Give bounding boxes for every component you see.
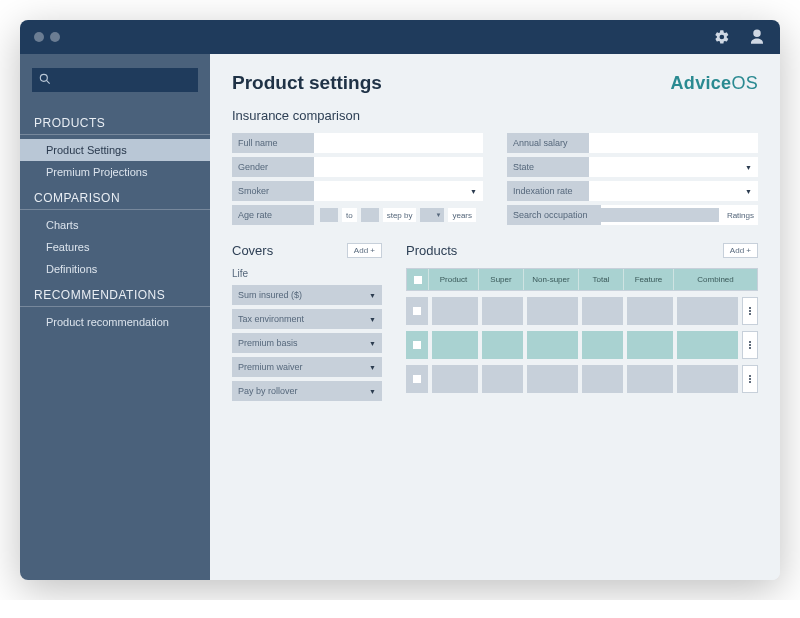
add-cover-button[interactable]: Add +: [347, 243, 382, 258]
select-sum-insured[interactable]: Sum insured ($): [232, 285, 382, 305]
user-icon[interactable]: [748, 28, 766, 46]
svg-point-0: [40, 74, 47, 81]
main-content: Product settings AdviceOS Insurance comp…: [210, 54, 780, 580]
row-checkbox[interactable]: [406, 331, 428, 359]
covers-title: Covers: [232, 243, 273, 258]
nav-features[interactable]: Features: [20, 236, 210, 258]
row-cell: [627, 365, 673, 393]
search-icon: [38, 72, 52, 89]
nav-premium-projections[interactable]: Premium Projections: [20, 161, 210, 183]
row-cell: [677, 365, 738, 393]
label-smoker: Smoker: [232, 181, 314, 201]
label-full-name: Full name: [232, 133, 314, 153]
input-full-name[interactable]: [314, 133, 483, 153]
brand-logo: AdviceOS: [671, 73, 758, 94]
row-cell: [582, 331, 623, 359]
step-by-label: step by: [383, 208, 417, 222]
label-age-rate: Age rate: [232, 205, 314, 225]
nav-section-recommendations: RECOMMENDATIONS: [20, 280, 210, 307]
row-more-icon[interactable]: [742, 331, 758, 359]
add-product-button[interactable]: Add +: [723, 243, 758, 258]
table-row: [406, 331, 758, 359]
label-search-occupation: Search occupation: [507, 205, 601, 225]
step-by-select[interactable]: [420, 208, 444, 222]
titlebar: [20, 20, 780, 54]
input-gender[interactable]: [314, 157, 483, 177]
row-cell: [432, 297, 478, 325]
row-cell: [527, 297, 578, 325]
nav-charts[interactable]: Charts: [20, 214, 210, 236]
label-annual-salary: Annual salary: [507, 133, 589, 153]
select-premium-basis[interactable]: Premium basis: [232, 333, 382, 353]
header-total: Total: [579, 269, 624, 290]
header-feature: Feature: [624, 269, 674, 290]
products-table: Product Super Non-super Total Feature Co…: [406, 268, 758, 393]
select-indexation-rate[interactable]: [589, 181, 758, 201]
ratings-label[interactable]: Ratings: [723, 211, 758, 220]
products-title: Products: [406, 243, 457, 258]
sidebar: PRODUCTS Product Settings Premium Projec…: [20, 54, 210, 580]
label-state: State: [507, 157, 589, 177]
row-cell: [582, 297, 623, 325]
row-more-icon[interactable]: [742, 297, 758, 325]
search-input[interactable]: [32, 68, 198, 92]
input-search-occupation[interactable]: [601, 208, 719, 222]
header-super: Super: [479, 269, 524, 290]
select-state[interactable]: [589, 157, 758, 177]
row-cell: [627, 297, 673, 325]
row-cell: [432, 331, 478, 359]
input-annual-salary[interactable]: [589, 133, 758, 153]
age-from-input[interactable]: [320, 208, 338, 222]
header-combined: Combined: [674, 269, 757, 290]
nav-definitions[interactable]: Definitions: [20, 258, 210, 280]
window-dot: [34, 32, 44, 42]
row-cell: [482, 297, 523, 325]
nav-section-products: PRODUCTS: [20, 108, 210, 135]
header-product: Product: [429, 269, 479, 290]
table-row: [406, 365, 758, 393]
select-smoker[interactable]: [314, 181, 483, 201]
row-cell: [527, 365, 578, 393]
select-premium-waiver[interactable]: Premium waiver: [232, 357, 382, 377]
row-cell: [482, 331, 523, 359]
header-checkbox[interactable]: [407, 269, 429, 290]
row-checkbox[interactable]: [406, 365, 428, 393]
row-cell: [582, 365, 623, 393]
window-dot: [50, 32, 60, 42]
row-cell: [677, 331, 738, 359]
page-title: Product settings: [232, 72, 382, 94]
nav-product-recommendation[interactable]: Product recommendation: [20, 311, 210, 333]
age-to-label: to: [342, 208, 357, 222]
row-cell: [482, 365, 523, 393]
gear-icon[interactable]: [714, 29, 730, 45]
row-cell: [527, 331, 578, 359]
label-gender: Gender: [232, 157, 314, 177]
row-cell: [677, 297, 738, 325]
row-cell: [627, 331, 673, 359]
svg-line-1: [46, 80, 49, 83]
life-label: Life: [232, 268, 382, 279]
nav-section-comparison: COMPARISON: [20, 183, 210, 210]
nav-product-settings[interactable]: Product Settings: [20, 139, 210, 161]
age-to-input[interactable]: [361, 208, 379, 222]
select-pay-by-rollover[interactable]: Pay by rollover: [232, 381, 382, 401]
row-more-icon[interactable]: [742, 365, 758, 393]
label-indexation-rate: Indexation rate: [507, 181, 589, 201]
app-window: PRODUCTS Product Settings Premium Projec…: [20, 20, 780, 580]
select-tax-environment[interactable]: Tax environment: [232, 309, 382, 329]
table-row: [406, 297, 758, 325]
years-label: years: [448, 208, 476, 222]
row-cell: [432, 365, 478, 393]
products-table-header: Product Super Non-super Total Feature Co…: [406, 268, 758, 291]
section-insurance-comparison: Insurance comparison: [232, 108, 758, 123]
header-non-super: Non-super: [524, 269, 579, 290]
row-checkbox[interactable]: [406, 297, 428, 325]
